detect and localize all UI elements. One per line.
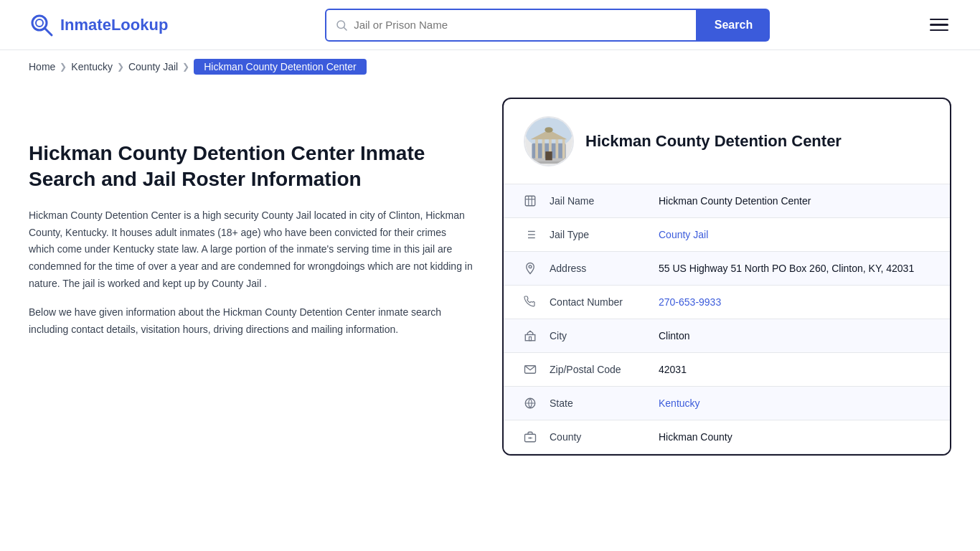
svg-rect-30 <box>529 337 532 341</box>
contact-link[interactable]: 270-653-9933 <box>659 296 721 308</box>
info-row-jail-type: Jail Type County Jail <box>504 218 950 252</box>
info-row-county: County Hickman County <box>504 420 950 454</box>
label-jail-name: Jail Name <box>544 195 659 207</box>
info-table: Jail Name Hickman County Detention Cente… <box>504 184 950 454</box>
search-icon <box>335 19 348 32</box>
search-area: Search <box>325 9 770 42</box>
breadcrumb-county-jail[interactable]: County Jail <box>128 61 178 72</box>
label-county: County <box>544 431 659 443</box>
label-jail-type: Jail Type <box>544 229 659 240</box>
breadcrumb: Home ❯ Kentucky ❯ County Jail ❯ Hickman … <box>0 50 980 83</box>
breadcrumb-home[interactable]: Home <box>29 61 55 72</box>
city-icon <box>524 329 544 342</box>
logo-link[interactable]: InmateLookup <box>29 12 168 38</box>
label-zip: Zip/Postal Code <box>544 364 659 375</box>
hamburger-line-1 <box>930 19 948 21</box>
logo-icon <box>29 12 55 38</box>
globe-icon <box>524 397 544 410</box>
facility-info-card: Hickman County Detention Center Jail Nam… <box>502 98 951 456</box>
card-header: Hickman County Detention Center <box>504 99 950 184</box>
svg-rect-29 <box>525 335 535 341</box>
svg-line-1 <box>44 28 52 35</box>
info-row-jail-name: Jail Name Hickman County Detention Cente… <box>504 184 950 218</box>
value-contact: 270-653-9933 <box>659 296 930 308</box>
description-1: Hickman County Detention Center is a hig… <box>29 207 473 293</box>
svg-rect-8 <box>535 138 538 160</box>
svg-line-4 <box>344 27 347 30</box>
svg-rect-18 <box>525 196 535 206</box>
facility-avatar <box>524 116 574 166</box>
svg-rect-17 <box>545 151 552 160</box>
svg-rect-11 <box>555 138 558 160</box>
county-icon <box>524 430 544 443</box>
search-input[interactable] <box>354 19 687 31</box>
left-column: Hickman County Detention Center Inmate S… <box>29 98 502 349</box>
label-state: State <box>544 397 659 409</box>
value-city: Clinton <box>659 330 930 342</box>
site-header: InmateLookup Search <box>0 0 980 50</box>
svg-point-28 <box>529 265 532 268</box>
page-title: Hickman County Detention Center Inmate S… <box>29 141 473 193</box>
svg-rect-12 <box>562 138 565 160</box>
phone-icon <box>524 296 544 309</box>
courthouse-image <box>525 116 573 166</box>
map-icon <box>524 262 544 275</box>
search-input-wrapper <box>325 9 697 42</box>
info-row-address: Address 55 US Highway 51 North PO Box 26… <box>504 252 950 286</box>
hamburger-line-3 <box>930 29 948 32</box>
logo-text: InmateLookup <box>60 16 168 34</box>
search-button[interactable]: Search <box>697 9 770 42</box>
hamburger-line-2 <box>930 24 948 26</box>
value-jail-type: County Jail <box>659 229 930 240</box>
value-address: 55 US Highway 51 North PO Box 260, Clint… <box>659 263 930 274</box>
value-state: Kentucky <box>659 397 930 409</box>
svg-rect-9 <box>542 138 545 160</box>
value-jail-name: Hickman County Detention Center <box>659 195 930 207</box>
info-row-zip: Zip/Postal Code 42031 <box>504 353 950 387</box>
hamburger-menu-button[interactable] <box>927 16 951 34</box>
label-address: Address <box>544 263 659 274</box>
breadcrumb-kentucky[interactable]: Kentucky <box>71 61 113 72</box>
label-city: City <box>544 330 659 342</box>
jail-type-link[interactable]: County Jail <box>659 229 708 240</box>
jail-icon <box>524 194 544 207</box>
svg-point-3 <box>337 21 345 29</box>
info-row-contact: Contact Number 270-653-9933 <box>504 286 950 319</box>
main-content: Hickman County Detention Center Inmate S… <box>0 83 980 470</box>
value-county: Hickman County <box>659 431 930 443</box>
svg-point-14 <box>545 127 552 133</box>
description-2: Below we have given information about th… <box>29 304 473 339</box>
mail-icon <box>524 363 544 376</box>
breadcrumb-chevron-1: ❯ <box>60 62 67 72</box>
breadcrumb-chevron-3: ❯ <box>182 62 189 72</box>
info-row-city: City Clinton <box>504 319 950 353</box>
value-zip: 42031 <box>659 364 930 375</box>
svg-rect-16 <box>529 161 570 164</box>
card-facility-name: Hickman County Detention Center <box>585 132 842 151</box>
info-row-state: State Kentucky <box>504 387 950 420</box>
svg-point-2 <box>36 19 43 27</box>
list-icon <box>524 228 544 241</box>
breadcrumb-chevron-2: ❯ <box>117 62 124 72</box>
state-link[interactable]: Kentucky <box>659 397 700 409</box>
breadcrumb-current: Hickman County Detention Center <box>194 59 366 75</box>
label-contact: Contact Number <box>544 296 659 308</box>
